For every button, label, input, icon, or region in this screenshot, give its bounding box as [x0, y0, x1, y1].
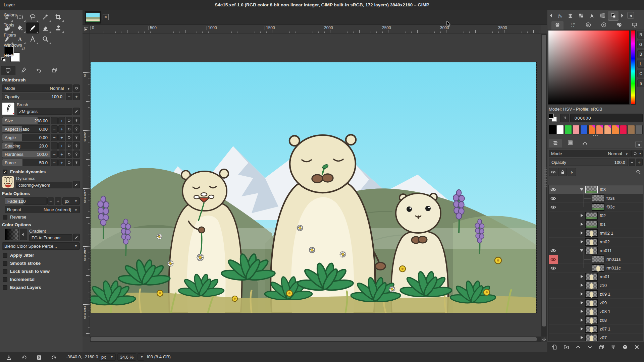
fade-increase-button[interactable]: +: [55, 197, 61, 205]
layer-search-icon[interactable]: [634, 168, 643, 176]
selection-icon[interactable]: [597, 11, 608, 20]
layer-row-f02[interactable]: f02: [549, 212, 643, 220]
blend-color-space-dropdown[interactable]: Blend Color Space Perce...▼: [2, 242, 80, 250]
force-increase-button[interactable]: +: [58, 159, 65, 166]
aspect-ratio-pin-icon[interactable]: [73, 125, 80, 133]
mode-reset-button[interactable]: [73, 84, 80, 92]
delete-button[interactable]: [632, 343, 642, 351]
palette-swatch[interactable]: [565, 125, 572, 134]
merge-button[interactable]: [609, 343, 618, 351]
checkbox-apply-jitter[interactable]: Apply Jitter: [3, 253, 80, 258]
hardness-pin-icon[interactable]: [73, 150, 80, 158]
color-tab-scales[interactable]: [629, 21, 641, 29]
layer-thumbnail[interactable]: [585, 212, 598, 220]
layer-expander-icon[interactable]: [580, 275, 584, 279]
slider-angle[interactable]: Angle 0.00: [2, 134, 50, 141]
layer-expander-icon[interactable]: [580, 327, 584, 331]
layer-thumbnail[interactable]: [585, 282, 598, 289]
layer-visibility-toggle[interactable]: [549, 264, 558, 273]
color-tab-fgbg-color[interactable]: [551, 21, 564, 29]
layer-visibility-toggle[interactable]: [549, 203, 558, 212]
layer-row-f03s[interactable]: f03s: [549, 194, 643, 203]
lock-pixels-button[interactable]: [558, 168, 567, 176]
navigation-button[interactable]: [541, 337, 547, 342]
lower-button[interactable]: [585, 343, 595, 351]
opacity-slider[interactable]: Opacity 100.0: [2, 93, 65, 100]
layer-visibility-toggle[interactable]: [549, 273, 558, 281]
checkbox-smooth-stroke[interactable]: Smooth stroke: [3, 261, 80, 266]
dock-tab-device-status[interactable]: i: [16, 66, 31, 75]
gradient-thumbnail[interactable]: [5, 229, 19, 240]
menu-colors[interactable]: Colors: [0, 10, 26, 20]
hue-strip[interactable]: [631, 30, 636, 105]
layer-expander-icon[interactable]: [580, 214, 584, 218]
checkbox-lock-brush-to-view[interactable]: Lock brush to view: [3, 269, 80, 274]
layer-thumbnail[interactable]: [592, 255, 604, 263]
dynamics-thumbnail[interactable]: [2, 176, 14, 188]
layer-visibility-toggle[interactable]: [549, 246, 558, 255]
layer-visibility-toggle[interactable]: [549, 194, 558, 203]
palette-swatch[interactable]: [636, 125, 643, 134]
palette-swatch[interactable]: [628, 125, 635, 134]
palette-swatch[interactable]: [612, 125, 619, 134]
layer-visibility-toggle[interactable]: [549, 325, 558, 334]
layer-thumbnail[interactable]: [592, 194, 604, 202]
angle-pin-icon[interactable]: [73, 134, 80, 141]
horizontal-ruler[interactable]: 0500100015002000250030003500: [90, 25, 541, 34]
slider-hardness[interactable]: Hardness 100.0: [2, 150, 50, 158]
layer-visibility-toggle[interactable]: [549, 255, 558, 264]
layer-row-f03[interactable]: f03: [549, 185, 643, 194]
vertical-ruler[interactable]: 0500100015002000: [83, 34, 90, 337]
fade-length-slider[interactable]: Fade l... 100: [5, 197, 47, 205]
menu-filters[interactable]: Filters: [0, 30, 26, 40]
layer-thumbnail[interactable]: [592, 264, 604, 272]
tool-crop[interactable]: [52, 11, 64, 22]
layer-visibility-toggle[interactable]: [549, 281, 558, 290]
layer-expander-icon[interactable]: [580, 249, 584, 252]
channel-button-r[interactable]: R: [637, 31, 644, 39]
brush-name[interactable]: ZM-grass: [17, 108, 72, 115]
layer-thumbnail[interactable]: [585, 325, 598, 333]
hardness-decrease-button[interactable]: −: [51, 150, 58, 158]
undo-icon[interactable]: [20, 354, 28, 361]
unit-dropdown[interactable]: px▼: [99, 353, 116, 361]
layer-row-rm02[interactable]: rm02: [549, 238, 643, 246]
opacity-decrease-button[interactable]: −: [66, 93, 72, 100]
channel-button-h[interactable]: h: [637, 79, 644, 87]
channel-button-b[interactable]: B: [637, 50, 644, 58]
force-decrease-button[interactable]: −: [51, 159, 58, 166]
layer-thumbnail[interactable]: [585, 334, 598, 341]
layer-thumbnail[interactable]: [585, 238, 598, 246]
size-increase-button[interactable]: +: [58, 117, 65, 124]
slider-force[interactable]: Force 50.0: [2, 159, 50, 166]
saturation-value-square[interactable]: [548, 30, 630, 105]
horizontal-scrollbar-thumb[interactable]: [91, 337, 537, 341]
tool-eraser[interactable]: [39, 22, 52, 34]
layer-expander-icon[interactable]: [580, 284, 584, 288]
size-reset-button[interactable]: [66, 117, 72, 124]
spacing-increase-button[interactable]: +: [58, 142, 65, 149]
gradient-name[interactable]: FG to Transpar: [29, 234, 72, 241]
angle-increase-button[interactable]: +: [58, 134, 65, 141]
color-tab-watercolor[interactable]: [582, 21, 594, 29]
layer-row-z07-1[interactable]: z07 1: [549, 325, 643, 334]
menu-layer[interactable]: Layer: [0, 0, 26, 10]
layer-visibility-toggle[interactable]: [549, 316, 558, 325]
menu-windows[interactable]: Windows: [0, 40, 26, 50]
new-layer-button[interactable]: [550, 343, 559, 351]
save-icon[interactable]: [5, 354, 13, 361]
image-tab-close-button[interactable]: ✕: [103, 14, 109, 20]
layer-opacity-slider[interactable]: Opacity 100.0: [549, 159, 628, 166]
palette-swatch[interactable]: [573, 125, 580, 134]
horizontal-scrollbar[interactable]: [90, 337, 541, 342]
menu-help[interactable]: Help: [0, 50, 26, 60]
gradient-reverse-button[interactable]: [20, 229, 27, 240]
layer-row-z08[interactable]: z08: [549, 316, 643, 325]
palette-swatch[interactable]: [557, 125, 564, 134]
layer-thumbnail[interactable]: [585, 290, 598, 298]
dock-collapse-button[interactable]: ◀: [635, 141, 642, 148]
layer-row-f03c[interactable]: f03c: [549, 203, 643, 212]
layer-row-f01[interactable]: f01: [549, 220, 643, 229]
tab-paths[interactable]: [578, 139, 592, 147]
cancel-icon[interactable]: [35, 354, 43, 361]
